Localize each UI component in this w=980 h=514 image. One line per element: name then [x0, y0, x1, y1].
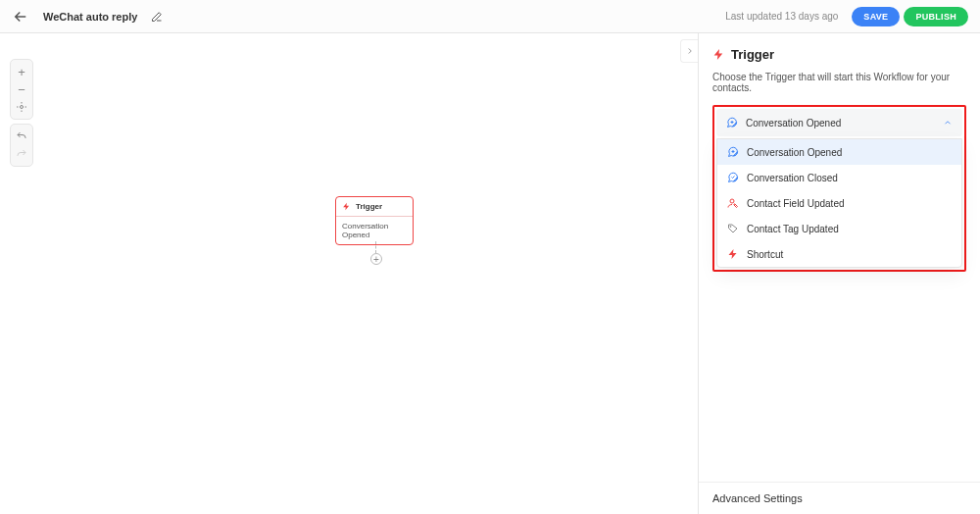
option-label: Conversation Closed — [747, 173, 838, 183]
last-updated: Last updated 13 days ago — [725, 11, 838, 22]
bolt-icon — [727, 248, 739, 260]
trigger-option-1[interactable]: Conversation Closed — [717, 165, 961, 190]
zoom-in-button[interactable]: + — [12, 63, 31, 80]
option-label: Shortcut — [747, 249, 783, 260]
redo-button[interactable] — [12, 145, 31, 163]
advanced-settings[interactable]: Advanced Settings — [699, 482, 980, 514]
fit-view-button[interactable] — [12, 98, 31, 116]
trigger-node-value: Conversation Opened — [336, 216, 413, 244]
publish-button[interactable]: PUBLISH — [904, 7, 968, 26]
trigger-option-4[interactable]: Shortcut — [717, 241, 961, 267]
chevron-up-icon — [943, 114, 953, 131]
trigger-node-label: Trigger — [356, 202, 382, 211]
undo-button[interactable] — [12, 128, 31, 145]
trigger-node[interactable]: Trigger Conversation Opened — [335, 196, 414, 245]
option-label: Contact Field Updated — [747, 198, 845, 209]
trigger-option-0[interactable]: Conversation Opened — [717, 139, 961, 165]
panel-title: Trigger — [712, 47, 966, 62]
option-label: Conversation Opened — [747, 147, 842, 158]
highlight-box: Conversation Opened Conversation OpenedC… — [712, 105, 966, 272]
canvas[interactable]: + − Trigger Conversation Opened — [0, 33, 698, 514]
trigger-select[interactable]: Conversation Opened — [716, 109, 962, 136]
tag-icon — [727, 223, 739, 234]
option-label: Contact Tag Updated — [747, 224, 839, 234]
save-button[interactable]: SAVE — [852, 7, 900, 26]
side-panel: Trigger Choose the Trigger that will sta… — [698, 33, 980, 514]
svg-point-2 — [730, 227, 731, 228]
workflow-title: WeChat auto reply — [43, 11, 137, 23]
trigger-select-value: Conversation Opened — [746, 118, 935, 128]
header: WeChat auto reply Last updated 13 days a… — [0, 0, 980, 33]
zoom-out-button[interactable]: − — [12, 80, 31, 98]
collapse-panel-button[interactable] — [680, 39, 698, 63]
node-connector — [375, 241, 376, 253]
svg-point-1 — [730, 199, 734, 203]
chat-plus-icon — [727, 146, 739, 158]
add-node-button[interactable]: + — [370, 253, 382, 265]
person-edit-icon — [727, 197, 739, 209]
panel-description: Choose the Trigger that will start this … — [712, 72, 966, 93]
trigger-dropdown: Conversation OpenedConversation ClosedCo… — [716, 138, 962, 268]
chat-check-icon — [727, 172, 739, 183]
history-tool-group — [10, 124, 33, 167]
svg-point-0 — [21, 106, 24, 109]
trigger-option-3[interactable]: Contact Tag Updated — [717, 216, 961, 241]
back-button[interactable] — [12, 8, 29, 26]
zoom-tool-group: + − — [10, 59, 33, 120]
edit-title-button[interactable] — [151, 11, 163, 23]
trigger-option-2[interactable]: Contact Field Updated — [717, 190, 961, 216]
chat-plus-icon — [726, 117, 738, 128]
